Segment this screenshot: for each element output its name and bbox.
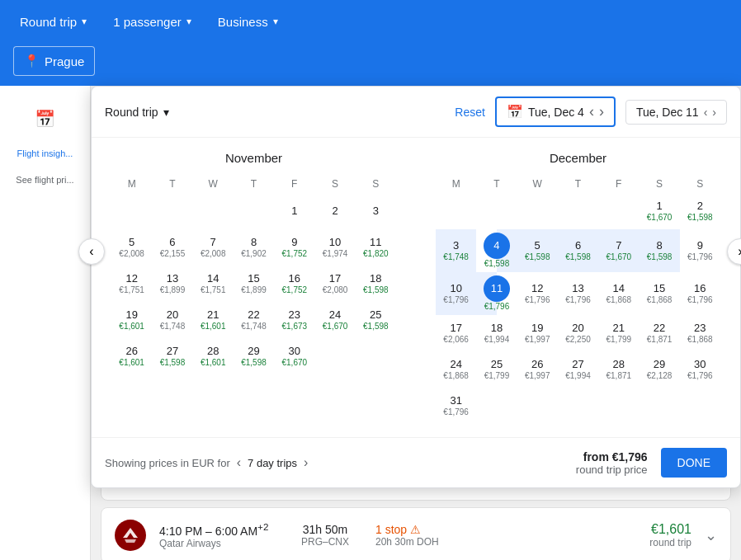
dec-e-end5 bbox=[639, 388, 679, 424]
dec-18[interactable]: 18€1,994 bbox=[476, 315, 517, 351]
dec-1[interactable]: 1€1,670 bbox=[639, 193, 679, 229]
origin-field[interactable]: 📍 Prague bbox=[13, 46, 95, 76]
nov-1[interactable]: 1 bbox=[274, 193, 314, 229]
dec-16[interactable]: 16€1,796 bbox=[680, 272, 720, 315]
trips-prev-button[interactable]: ‹ bbox=[237, 455, 241, 470]
nov-cell-e2 bbox=[152, 193, 192, 229]
sidebar-item-calendar[interactable]: 📅 bbox=[0, 99, 90, 139]
nov-22[interactable]: 22€1,748 bbox=[234, 302, 274, 338]
nov-cell-e4 bbox=[234, 193, 274, 229]
dec-11[interactable]: 11 €1,796 bbox=[476, 272, 517, 315]
dec-e-end3 bbox=[558, 388, 598, 424]
nov-27[interactable]: 27€1,598 bbox=[152, 338, 192, 374]
nov-2[interactable]: 2 bbox=[314, 193, 355, 229]
passengers-chevron: ▾ bbox=[186, 16, 191, 27]
nov-3[interactable]: 3 bbox=[356, 193, 396, 229]
nov-14[interactable]: 14€1,751 bbox=[193, 266, 234, 302]
nov-6[interactable]: 6€2,155 bbox=[152, 229, 192, 266]
dec-7[interactable]: 7€1,670 bbox=[598, 229, 639, 272]
dec-dow-m: M bbox=[436, 175, 476, 193]
dec-e2 bbox=[476, 193, 517, 229]
cal-depart-next[interactable]: › bbox=[599, 103, 604, 120]
dec-21[interactable]: 21€1,799 bbox=[598, 315, 639, 351]
nov-19[interactable]: 19€1,601 bbox=[111, 302, 152, 338]
dec-28[interactable]: 28€1,871 bbox=[598, 351, 639, 388]
dec-9[interactable]: 9€1,796 bbox=[680, 229, 720, 272]
nov-25[interactable]: 25€1,598 bbox=[356, 302, 396, 338]
nov-28[interactable]: 28€1,601 bbox=[193, 338, 234, 374]
nov-30[interactable]: 30€1,670 bbox=[274, 338, 314, 374]
dec-26[interactable]: 26€1,997 bbox=[517, 351, 558, 388]
nov-29[interactable]: 29€1,598 bbox=[234, 338, 274, 374]
cal-footer-price: from €1,796 round trip price bbox=[576, 450, 648, 476]
dec-17[interactable]: 17€2,066 bbox=[436, 315, 476, 351]
nov-26[interactable]: 26€1,601 bbox=[111, 338, 152, 374]
cal-trip-type-button[interactable]: Round trip ▾ bbox=[105, 106, 169, 119]
dec-29[interactable]: 29€2,128 bbox=[639, 351, 679, 388]
dec-5[interactable]: 5€1,598 bbox=[517, 229, 558, 272]
expand-icon-2[interactable]: ⌄ bbox=[705, 526, 717, 544]
passengers-button[interactable]: 1 passenger ▾ bbox=[106, 12, 198, 32]
class-button[interactable]: Business ▾ bbox=[211, 12, 285, 32]
nov-10[interactable]: 10€1,974 bbox=[314, 229, 355, 266]
nov-7[interactable]: 7€2,008 bbox=[193, 229, 234, 266]
dec-20[interactable]: 20€2,250 bbox=[558, 315, 598, 351]
dec-31[interactable]: 31€1,796 bbox=[436, 388, 476, 424]
dec-10[interactable]: 10€1,796 bbox=[436, 272, 476, 315]
nov-23[interactable]: 23€1,673 bbox=[274, 302, 314, 338]
flight-airline-2: Qatar Airways bbox=[159, 538, 275, 549]
nov-9[interactable]: 9€1,752 bbox=[274, 229, 314, 266]
nov-8[interactable]: 8€1,902 bbox=[234, 229, 274, 266]
november-calendar: November M T W T F S S 1 2 bbox=[111, 151, 396, 424]
november-grid: M T W T F S S 1 2 3 5€2,008 bbox=[111, 175, 396, 374]
cal-reset-button[interactable]: Reset bbox=[455, 106, 485, 119]
nov-17[interactable]: 17€2,080 bbox=[314, 266, 355, 302]
dec-2[interactable]: 2€1,598 bbox=[680, 193, 720, 229]
nov-21[interactable]: 21€1,601 bbox=[193, 302, 234, 338]
dec-6[interactable]: 6€1,598 bbox=[558, 229, 598, 272]
dec-e-end4 bbox=[598, 388, 639, 424]
dec-e4 bbox=[558, 193, 598, 229]
dec-4[interactable]: 4 €1,598 bbox=[476, 229, 517, 272]
cal-return-date-label: Tue, Dec 11 bbox=[636, 106, 699, 119]
dec-15[interactable]: 15€1,868 bbox=[639, 272, 679, 315]
nov-20[interactable]: 20€1,748 bbox=[152, 302, 192, 338]
nov-18[interactable]: 18€1,598 bbox=[356, 266, 396, 302]
december-title: December bbox=[436, 151, 720, 165]
cal-depart-date-button[interactable]: 📅 Tue, Dec 4 ‹ › bbox=[495, 96, 616, 127]
flight-insight-label: Flight insigh... bbox=[0, 139, 90, 168]
done-button[interactable]: DONE bbox=[661, 448, 727, 478]
nov-16[interactable]: 16€1,752 bbox=[274, 266, 314, 302]
nov-13[interactable]: 13€1,899 bbox=[152, 266, 192, 302]
cal-return-date-button[interactable]: Tue, Dec 11 ‹ › bbox=[625, 100, 727, 125]
cal-return-next[interactable]: › bbox=[712, 106, 716, 119]
dec-3[interactable]: 3€1,748 bbox=[436, 229, 476, 272]
nov-11[interactable]: 11€1,820 bbox=[356, 229, 396, 266]
trip-type-button[interactable]: Round trip ▾ bbox=[13, 12, 93, 32]
flight-duration-2: 31h 50m PRG–CNX bbox=[288, 523, 362, 548]
cal-prev-button[interactable]: ‹ bbox=[78, 238, 105, 265]
nov-5[interactable]: 5€2,008 bbox=[111, 229, 152, 266]
dec-25[interactable]: 25€1,799 bbox=[476, 351, 517, 388]
dec-24[interactable]: 24€1,868 bbox=[436, 351, 476, 388]
dec-14[interactable]: 14€1,868 bbox=[598, 272, 639, 315]
passengers-label: 1 passenger bbox=[113, 15, 182, 29]
cal-depart-prev[interactable]: ‹ bbox=[589, 103, 594, 120]
dec-13[interactable]: 13€1,796 bbox=[558, 272, 598, 315]
dec-8[interactable]: 8€1,598 bbox=[639, 229, 679, 272]
dec-19[interactable]: 19€1,997 bbox=[517, 315, 558, 351]
dec-22[interactable]: 22€1,871 bbox=[639, 315, 679, 351]
cal-date-icon: 📅 bbox=[507, 104, 523, 120]
nov-12[interactable]: 12€1,751 bbox=[111, 266, 152, 302]
nov-24[interactable]: 24€1,670 bbox=[314, 302, 355, 338]
cal-toolbar: Round trip ▾ Reset 📅 Tue, Dec 4 ‹ › Tue,… bbox=[92, 87, 740, 138]
trips-next-button[interactable]: › bbox=[304, 455, 308, 470]
flight-card-2[interactable]: 4:10 PM – 6:00 AM+2 Qatar Airways 31h 50… bbox=[101, 507, 731, 560]
dec-23[interactable]: 23€1,868 bbox=[680, 315, 720, 351]
cal-return-prev[interactable]: ‹ bbox=[704, 106, 708, 119]
price-type-label: round trip price bbox=[576, 464, 648, 476]
nov-15[interactable]: 15€1,899 bbox=[234, 266, 274, 302]
dec-30[interactable]: 30€1,796 bbox=[680, 351, 720, 388]
dec-12[interactable]: 12€1,796 bbox=[517, 272, 558, 315]
dec-27[interactable]: 27€1,994 bbox=[558, 351, 598, 388]
